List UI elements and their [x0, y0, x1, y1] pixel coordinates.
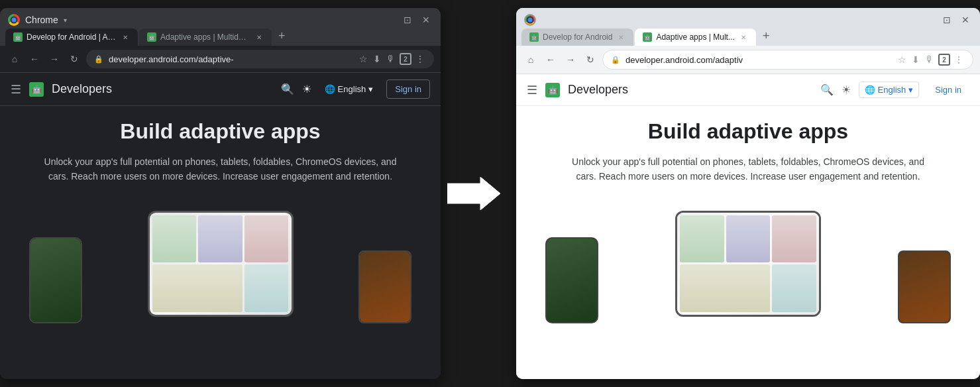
screen-thumb-2 [198, 215, 243, 263]
left-tab-develop[interactable]: 🤖 Develop for Android | And... ✕ [5, 28, 138, 46]
right-home-button[interactable]: ⌂ [523, 52, 539, 68]
right-page-heading: Build adaptive apps [532, 119, 964, 144]
right-phone-device-right [898, 250, 951, 323]
right-tabs-row: 🤖 Develop for Android ✕ 🤖 Adaptive apps … [516, 27, 980, 46]
download-icon[interactable]: ⬇ [372, 52, 382, 66]
right-site-name-label: Developers [568, 83, 628, 97]
right-tab-count-badge[interactable]: 2 [938, 54, 950, 66]
right-tab-favicon-adaptive: 🤖 [643, 32, 652, 42]
right-screen-thumb-4 [680, 264, 770, 312]
right-tab-develop[interactable]: 🤖 Develop for Android ✕ [521, 28, 633, 46]
right-close-icon[interactable]: ✕ [959, 13, 972, 27]
tab-count-badge[interactable]: 2 [400, 53, 411, 65]
forward-button[interactable]: → [46, 51, 62, 67]
close-icon[interactable]: ✕ [419, 13, 433, 27]
right-back-button[interactable]: ← [543, 52, 559, 68]
menu-icon[interactable]: ☰ [11, 82, 21, 97]
screen-thumb-1 [152, 215, 197, 263]
right-page-content: ☰ 🤖 Developers 🔍 ☀ 🌐 English ▾ Sign in B… [516, 74, 980, 379]
tablet-device [148, 211, 294, 317]
language-selector[interactable]: 🌐 English ▾ [319, 82, 379, 97]
left-browser: Chrome ▾ ⊡ ✕ 🤖 Develop for Android | And… [0, 8, 441, 379]
right-tab-title-develop: Develop for Android [543, 32, 612, 42]
right-download-icon[interactable]: ⬇ [910, 53, 921, 66]
tab-close-develop[interactable]: ✕ [121, 33, 130, 42]
right-address-bar-row: ⌂ ← → ↻ 🔒 developer.android.com/adaptiv … [516, 46, 980, 74]
right-address-bar[interactable]: 🔒 developer.android.com/adaptiv ☆ ⬇ 🎙 2 … [602, 50, 973, 70]
arrow-container [437, 177, 510, 210]
page-heading: Build adaptive apps [16, 119, 425, 144]
right-language-label: English [878, 85, 906, 95]
right-tab-favicon-develop: 🤖 [529, 32, 539, 42]
right-tablet-screen [677, 213, 819, 315]
minimize-icon[interactable]: ⊡ [401, 13, 414, 27]
tab-close-adaptive[interactable]: ✕ [254, 33, 264, 42]
left-page-content: ☰ 🤖 Developers 🔍 ☀ 🌐 English ▾ Sign in B… [0, 73, 441, 379]
svg-marker-0 [447, 177, 500, 210]
chevron-down-icon: ▾ [64, 17, 67, 24]
android-logo-icon: 🤖 [29, 82, 44, 97]
left-tab-adaptive[interactable]: 🤖 Adaptive apps | Multidev... ✕ [139, 28, 272, 46]
left-tabs-row: 🤖 Develop for Android | And... ✕ 🤖 Adapt… [0, 27, 441, 46]
right-browser-wrapper: ⊡ ✕ 🤖 Develop for Android ✕ 🤖 Adaptive a… [513, 8, 980, 379]
right-forward-button[interactable]: → [563, 52, 578, 68]
back-button[interactable]: ← [27, 51, 42, 67]
right-lock-icon: 🔒 [611, 56, 620, 64]
right-language-selector[interactable]: 🌐 English ▾ [859, 82, 920, 98]
right-site-header: ☰ 🤖 Developers 🔍 ☀ 🌐 English ▾ Sign in [516, 74, 980, 106]
more-icon[interactable]: ⋮ [414, 52, 426, 66]
url-display: developer.android.com/adaptive- [109, 54, 353, 64]
right-tab-close-develop[interactable]: ✕ [616, 33, 626, 42]
right-sign-in-button[interactable]: Sign in [927, 81, 969, 99]
right-menu-icon[interactable]: ☰ [527, 83, 537, 97]
bookmark-icon[interactable]: ☆ [358, 52, 369, 66]
right-tab-close-adaptive[interactable]: ✕ [739, 33, 748, 42]
right-new-tab-button[interactable]: + [757, 27, 775, 46]
right-theme-toggle-icon[interactable]: ☀ [842, 83, 851, 96]
page-description: Unlock your app's full potential on phon… [35, 154, 406, 184]
devices-illustration [16, 197, 425, 330]
right-main-page: Build adaptive apps Unlock your app's fu… [516, 106, 980, 379]
right-lang-chevron-icon: ▾ [908, 85, 913, 95]
right-title-bar: ⊡ ✕ [516, 8, 980, 27]
right-reload-button[interactable]: ↻ [582, 52, 598, 68]
main-container: Chrome ▾ ⊡ ✕ 🤖 Develop for Android | And… [0, 0, 980, 387]
tablet-screen [150, 213, 292, 315]
screen-thumb-4 [152, 264, 243, 312]
right-globe-icon: 🌐 [865, 85, 875, 95]
transition-arrow [447, 177, 500, 210]
right-phone-screen-right [899, 252, 950, 322]
right-minimize-icon[interactable]: ⊡ [940, 13, 953, 27]
right-search-icon[interactable]: 🔍 [820, 83, 834, 96]
mic-icon[interactable]: 🎙 [385, 52, 397, 66]
screen-thumb-3 [245, 215, 289, 263]
home-button[interactable]: ⌂ [7, 51, 23, 67]
address-bar-icons: ☆ ⬇ 🎙 2 ⋮ [358, 52, 426, 66]
reload-button[interactable]: ↻ [66, 51, 82, 67]
language-label: English [338, 84, 366, 94]
right-tab-adaptive[interactable]: 🤖 Adaptive apps | Mult... ✕ [635, 28, 756, 46]
sign-in-button[interactable]: Sign in [386, 80, 430, 99]
screen-thumb-5 [245, 264, 289, 312]
left-address-bar[interactable]: 🔒 developer.android.com/adaptive- ☆ ⬇ 🎙 … [86, 50, 434, 68]
right-mic-icon[interactable]: 🎙 [924, 53, 936, 66]
right-bookmark-icon[interactable]: ☆ [897, 53, 908, 66]
tab-favicon-adaptive: 🤖 [147, 32, 156, 42]
right-screen-thumb-1 [680, 215, 724, 263]
left-address-bar-row: ⌂ ← → ↻ 🔒 developer.android.com/adaptive… [0, 46, 441, 73]
app-name-label: Chrome [25, 15, 58, 25]
globe-icon: 🌐 [325, 84, 335, 94]
right-url-display: developer.android.com/adaptiv [626, 55, 891, 65]
right-more-icon[interactable]: ⋮ [953, 53, 965, 66]
tab-title-develop: Develop for Android | And... [27, 32, 117, 42]
right-tablet-device [675, 211, 821, 317]
tab-favicon-develop: 🤖 [13, 32, 23, 42]
theme-toggle-icon[interactable]: ☀ [302, 83, 311, 95]
right-screen-thumb-3 [772, 215, 816, 263]
phone-screen-left [30, 239, 81, 322]
search-icon[interactable]: 🔍 [281, 83, 294, 95]
left-main-page: Build adaptive apps Unlock your app's fu… [0, 106, 441, 379]
site-name-label: Developers [52, 82, 112, 96]
phone-device-left [29, 237, 82, 323]
new-tab-button[interactable]: + [273, 27, 291, 46]
